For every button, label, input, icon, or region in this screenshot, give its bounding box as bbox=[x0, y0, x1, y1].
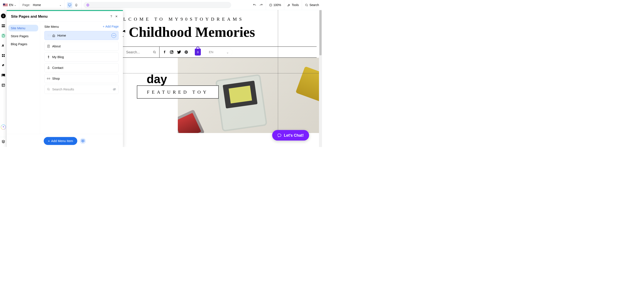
tab-blog-pages[interactable]: Blog Pages bbox=[8, 41, 38, 47]
theme-button[interactable]: A bbox=[1, 43, 6, 48]
svg-rect-0 bbox=[68, 4, 71, 6]
page-label: My Blog bbox=[52, 55, 116, 59]
plus-icon: + bbox=[48, 139, 50, 143]
cart-button[interactable]: 0 bbox=[195, 49, 201, 56]
cart-section: 0 EN ⌄ bbox=[192, 47, 236, 58]
svg-point-2 bbox=[76, 6, 76, 6]
panel-footer: + Add Menu Item bbox=[7, 134, 123, 147]
page-item-contact[interactable]: Contact bbox=[44, 63, 118, 72]
tools-button[interactable]: Tools bbox=[284, 0, 302, 10]
page-item-shop[interactable]: Shop bbox=[44, 74, 118, 83]
search-placeholder: Search... bbox=[126, 50, 151, 54]
zoom-icon bbox=[269, 4, 272, 7]
search-icon bbox=[305, 4, 308, 7]
chevron-down-icon: ⌄ bbox=[60, 4, 61, 6]
add-page-button[interactable]: + Add Page bbox=[103, 25, 118, 28]
page-item-home[interactable]: ⋮⋮ Home bbox=[44, 31, 118, 40]
link-icon bbox=[47, 77, 50, 80]
anchor-icon bbox=[47, 66, 50, 70]
apps-button[interactable] bbox=[1, 53, 6, 58]
addons-button[interactable] bbox=[1, 63, 6, 68]
cms-button[interactable] bbox=[1, 83, 6, 88]
svg-rect-11 bbox=[2, 56, 3, 57]
zoom-control[interactable]: 100% bbox=[266, 0, 284, 10]
svg-rect-9 bbox=[2, 54, 3, 55]
scrollbar-thumb[interactable] bbox=[320, 10, 322, 55]
top-toolbar: EN ⌄ Page: Home ⌄ 100% Tools bbox=[0, 0, 322, 10]
site-language-selector[interactable]: EN ⌄ bbox=[206, 48, 232, 56]
wrench-icon bbox=[287, 4, 290, 7]
chevron-down-icon: ⌄ bbox=[14, 4, 16, 6]
plus-icon: + bbox=[103, 25, 104, 28]
page-label: About bbox=[52, 44, 116, 48]
sections-button[interactable] bbox=[1, 24, 6, 28]
page-label: Shop bbox=[52, 77, 116, 80]
menu-settings-button[interactable] bbox=[80, 138, 86, 144]
left-rail: + A bbox=[0, 10, 7, 147]
redo-button[interactable] bbox=[260, 3, 263, 7]
panel-tabs: Site Menu Store Pages Blog Pages bbox=[7, 22, 40, 134]
svg-rect-12 bbox=[4, 56, 5, 57]
zoom-value: 100% bbox=[273, 3, 281, 7]
add-page-label: Add Page bbox=[106, 25, 119, 28]
cart-count: 0 bbox=[197, 50, 198, 54]
chat-label: Let's Chat! bbox=[284, 133, 304, 138]
svg-rect-15 bbox=[2, 84, 5, 87]
home-icon bbox=[52, 34, 56, 37]
scrollbar[interactable] bbox=[319, 10, 322, 147]
page-item-search-results[interactable]: Search Results bbox=[44, 85, 118, 94]
chat-button[interactable]: Let's Chat! bbox=[272, 130, 309, 140]
svg-point-21 bbox=[114, 35, 114, 36]
url-input[interactable] bbox=[84, 2, 231, 8]
add-menu-item-button[interactable]: + Add Menu Item bbox=[44, 137, 77, 145]
desktop-view-button[interactable] bbox=[67, 2, 72, 8]
add-element-button[interactable]: + bbox=[1, 14, 6, 18]
facebook-icon[interactable] bbox=[163, 50, 166, 54]
svg-point-5 bbox=[306, 4, 307, 6]
hero-line-1: day bbox=[146, 72, 167, 86]
tab-site-menu[interactable]: Site Menu bbox=[8, 25, 38, 32]
drag-handle-icon[interactable]: ⋮⋮ bbox=[47, 34, 51, 37]
nav-search[interactable]: Search... bbox=[123, 47, 160, 58]
close-button[interactable] bbox=[114, 14, 118, 18]
instagram-icon[interactable] bbox=[170, 50, 174, 54]
search-button[interactable]: Search bbox=[302, 0, 322, 10]
cartridge-graphic bbox=[296, 66, 322, 103]
page-selector[interactable]: Page: Home ⌄ bbox=[19, 0, 64, 10]
section-title: Site Menu bbox=[44, 25, 103, 28]
pages-panel: Site Pages and Menu ? Site Menu Store Pa… bbox=[7, 10, 123, 147]
svg-point-24 bbox=[48, 56, 49, 57]
chevron-down-icon: ⌄ bbox=[226, 50, 229, 54]
cartridge-graphic bbox=[178, 109, 205, 133]
panel-title: Site Pages and Menu bbox=[11, 14, 108, 18]
undo-button[interactable] bbox=[253, 3, 256, 7]
page-actions-button[interactable] bbox=[112, 33, 116, 38]
page-icon bbox=[47, 44, 50, 48]
hidden-icon[interactable] bbox=[113, 88, 116, 91]
history-controls bbox=[250, 0, 266, 10]
pinterest-icon[interactable] bbox=[185, 50, 188, 54]
page-item-about[interactable]: About bbox=[44, 42, 118, 51]
tab-store-pages[interactable]: Store Pages bbox=[8, 33, 38, 40]
svg-rect-7 bbox=[2, 26, 5, 27]
page-item-myblog[interactable]: My Blog bbox=[44, 52, 118, 62]
layers-button[interactable] bbox=[1, 139, 6, 144]
featured-toy-button[interactable]: FEATURED TOY bbox=[137, 86, 219, 98]
media-button[interactable] bbox=[1, 73, 6, 78]
pages-button[interactable] bbox=[1, 33, 6, 38]
language-code: EN bbox=[9, 3, 13, 7]
help-button[interactable]: ? bbox=[109, 14, 114, 18]
svg-point-16 bbox=[154, 51, 156, 53]
twitter-icon[interactable] bbox=[177, 50, 181, 54]
flag-us-icon bbox=[3, 4, 8, 6]
ai-button[interactable] bbox=[1, 124, 6, 130]
page-label: Contact bbox=[52, 66, 116, 70]
svg-point-19 bbox=[172, 51, 173, 52]
device-switch bbox=[64, 0, 82, 10]
mobile-view-button[interactable] bbox=[74, 2, 79, 8]
tools-label: Tools bbox=[292, 3, 299, 7]
page-label: Page: bbox=[22, 3, 30, 7]
search-icon bbox=[47, 88, 50, 91]
language-selector[interactable]: EN ⌄ bbox=[0, 0, 19, 10]
svg-rect-10 bbox=[4, 54, 5, 55]
